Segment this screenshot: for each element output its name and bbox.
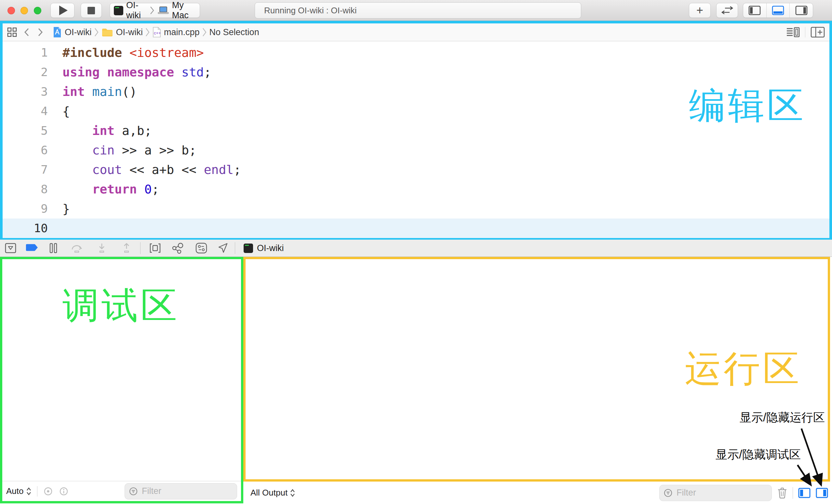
pause-icon <box>49 243 57 253</box>
line-number[interactable]: 6 <box>3 140 48 160</box>
double-arrow-icon <box>721 6 734 15</box>
variables-scope-dropdown[interactable]: Auto <box>6 486 31 496</box>
code-line[interactable]: 8 return 0; <box>3 180 829 199</box>
code-line[interactable]: 6 cin >> a >> b; <box>3 140 829 160</box>
info-icon[interactable] <box>59 486 69 496</box>
location-arrow-icon <box>217 243 228 254</box>
breakpoint-icon <box>26 243 40 253</box>
jumpbar-divider <box>805 27 805 37</box>
toggle-inspector-button[interactable] <box>789 3 813 18</box>
scheme-destination-label: My Mac <box>172 0 196 21</box>
activity-status: Running OI-wiki : OI-wiki <box>255 2 581 19</box>
console-filter-input[interactable] <box>676 487 768 498</box>
pause-button[interactable] <box>49 243 57 253</box>
cpp-file-icon: c++ <box>153 27 161 37</box>
breadcrumb-separator-icon <box>202 28 207 37</box>
source-editor[interactable]: 1#include <iostream>2using namespace std… <box>3 41 829 237</box>
status-text: Running OI-wiki : OI-wiki <box>264 5 357 16</box>
toggle-debug-area-button[interactable] <box>766 3 790 18</box>
line-number[interactable]: 8 <box>3 180 48 199</box>
line-number[interactable]: 3 <box>3 82 48 102</box>
view-hierarchy-button[interactable] <box>149 243 161 253</box>
breadcrumb-label: main.cpp <box>164 27 200 37</box>
process-name: OI-wiki <box>257 243 284 253</box>
code-text: { <box>48 102 70 121</box>
related-items-icon[interactable] <box>7 27 17 37</box>
filter-icon <box>129 487 138 496</box>
line-number[interactable]: 7 <box>3 160 48 180</box>
line-number[interactable]: 5 <box>3 121 48 140</box>
line-number[interactable]: 10 <box>3 218 48 238</box>
code-text: cin >> a >> b; <box>48 140 197 160</box>
variables-scope-label: Auto <box>6 486 24 496</box>
line-number[interactable]: 1 <box>3 43 48 62</box>
hide-debug-area-icon <box>5 243 17 253</box>
variables-filter-field[interactable] <box>125 483 237 500</box>
toggle-navigator-button[interactable] <box>743 3 766 18</box>
editor-mode-button[interactable] <box>716 3 738 18</box>
step-into-icon <box>95 243 108 253</box>
console-bottom-bar: All Output <box>243 482 832 504</box>
breadcrumb-label: OI-wiki <box>116 27 143 37</box>
code-line[interactable]: 9} <box>3 199 829 218</box>
code-line[interactable]: 4{ <box>3 102 829 121</box>
breadcrumb-selection[interactable]: No Selection <box>209 27 259 37</box>
environment-overrides-button[interactable] <box>195 243 208 254</box>
inspector-panel-icon <box>795 5 808 15</box>
code-text: #include <iostream> <box>48 43 204 62</box>
debug-panel-icon <box>772 5 784 15</box>
plus-icon: + <box>696 4 703 17</box>
step-over-button[interactable] <box>71 243 84 253</box>
folder-icon <box>102 28 113 37</box>
code-line[interactable]: 3int main() <box>3 82 829 102</box>
code-line[interactable]: 1#include <iostream> <box>3 43 829 62</box>
step-over-icon <box>71 243 84 253</box>
code-line[interactable]: 10 <box>3 218 829 238</box>
breadcrumb-label: OI-wiki <box>65 27 92 37</box>
code-text: cout << a+b << endl; <box>48 160 241 180</box>
zoom-window-button[interactable] <box>34 7 41 14</box>
code-line[interactable]: 7 cout << a+b << endl; <box>3 160 829 180</box>
editor-area: OI-wiki OI-wiki c++ main.cpp <box>0 21 832 240</box>
step-into-button[interactable] <box>95 243 108 253</box>
code-line[interactable]: 5 int a,b; <box>3 121 829 140</box>
bar-divider <box>37 486 37 497</box>
toggle-variables-view-icon[interactable] <box>798 488 810 498</box>
code-line[interactable]: 2using namespace std; <box>3 62 829 82</box>
scheme-selector[interactable]: OI-wiki My Mac <box>110 3 200 18</box>
console-filter-field[interactable] <box>659 485 772 501</box>
minimize-window-button[interactable] <box>21 7 28 14</box>
library-add-button[interactable]: + <box>689 3 711 18</box>
line-number[interactable]: 2 <box>3 62 48 82</box>
hide-debug-area-button[interactable] <box>5 243 17 253</box>
line-number[interactable]: 9 <box>3 199 48 218</box>
simulate-location-button[interactable] <box>217 243 228 254</box>
debugbar-divider <box>140 242 140 254</box>
code-text: return 0; <box>48 180 159 199</box>
quick-look-icon[interactable] <box>43 486 53 496</box>
back-icon[interactable] <box>24 28 29 37</box>
line-number[interactable]: 4 <box>3 102 48 121</box>
debug-process-selector[interactable]: OI-wiki <box>243 243 284 253</box>
stop-icon <box>87 7 95 14</box>
code-text: int a,b; <box>48 121 152 140</box>
memory-graph-button[interactable] <box>172 242 185 254</box>
variables-filter-input[interactable] <box>141 486 233 497</box>
toggle-console-view-icon[interactable] <box>816 488 828 498</box>
run-button[interactable] <box>50 3 75 18</box>
code-text <box>48 218 62 238</box>
breadcrumb-folder[interactable]: OI-wiki <box>102 27 143 37</box>
breadcrumb-project[interactable]: OI-wiki <box>53 27 92 38</box>
step-out-button[interactable] <box>120 243 133 253</box>
scheme-target-label: OI-wiki <box>126 0 147 21</box>
console-area-label: 运行区 <box>685 344 802 394</box>
close-window-button[interactable] <box>7 7 15 14</box>
console-scope-dropdown[interactable]: All Output <box>251 488 295 498</box>
breakpoints-toggle-button[interactable] <box>26 243 40 253</box>
stop-button[interactable] <box>81 3 102 18</box>
add-editor-icon[interactable] <box>810 27 825 38</box>
forward-icon[interactable] <box>38 28 43 37</box>
breadcrumb-file[interactable]: c++ main.cpp <box>153 27 200 37</box>
minimap-icon[interactable] <box>786 27 800 37</box>
clear-console-trash-icon[interactable] <box>777 487 787 499</box>
